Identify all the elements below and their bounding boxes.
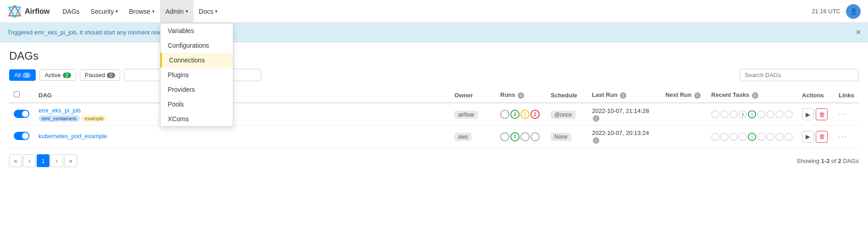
row2-delete-button[interactable]: 🗑	[816, 131, 828, 143]
row2-more-button[interactable]: ···	[839, 133, 847, 140]
row1-toggle[interactable]	[14, 110, 29, 118]
nav-browse[interactable]: Browse ▾	[123, 0, 160, 23]
security-caret-icon: ▾	[116, 9, 118, 14]
filter-active-button[interactable]: Active 2	[39, 69, 76, 81]
col-header-dag: DAG	[34, 88, 450, 103]
task2-c5: 1	[748, 133, 756, 141]
row2-recenttasks-cell: 1	[707, 126, 797, 148]
dropdown-xcoms[interactable]: XComs	[160, 112, 233, 126]
page-last-button[interactable]: »	[64, 154, 77, 167]
lastrun-info-icon[interactable]: i	[620, 92, 626, 99]
row2-task-circles: 1	[711, 133, 793, 141]
row1-runs-cell: 2 1 2	[496, 103, 546, 126]
row1-delete-button[interactable]: 🗑	[816, 108, 828, 120]
admin-caret-icon: ▾	[186, 9, 188, 14]
col-header-lastrun: Last Run i	[587, 88, 661, 103]
nav-dags[interactable]: DAGs	[57, 0, 85, 23]
row2-schedule: None	[551, 133, 571, 141]
row1-nextrun-cell	[661, 103, 707, 126]
run-circle-gray	[500, 110, 509, 119]
browse-caret-icon: ▾	[152, 9, 155, 14]
task-c4: 1	[739, 110, 747, 118]
row2-dag-name[interactable]: kubernetes_pod_example	[39, 133, 107, 140]
row2-check-cell	[9, 126, 34, 148]
filter-all-button[interactable]: All 2	[9, 69, 36, 81]
row1-schedule: @once	[551, 111, 575, 119]
user-icon: 👤	[850, 8, 857, 15]
filter-paused-button[interactable]: Paused 0	[80, 69, 120, 81]
row1-recenttasks-cell: 1 1	[707, 103, 797, 126]
run-circle-green: 2	[510, 110, 520, 119]
page-controls: « ‹ 1 › »	[9, 154, 77, 167]
row1-trigger-button[interactable]: ▶	[802, 108, 814, 120]
dropdown-plugins[interactable]: Plugins	[160, 67, 233, 82]
tag-emr-containers[interactable]: emr_containers	[39, 115, 80, 122]
row2-trigger-button[interactable]: ▶	[802, 131, 814, 143]
showing-text: Showing 1-2 of 2 DAGs	[796, 157, 859, 164]
row1-links-cell: ···	[834, 103, 859, 126]
row2-lastrun-text: 2022-10-07, 20:13:24	[592, 129, 649, 136]
page-prev-button[interactable]: ‹	[23, 154, 36, 167]
pagination-row: « ‹ 1 › » Showing 1-2 of 2 DAGs	[9, 150, 859, 172]
col-header-links: Links	[834, 88, 859, 103]
search-dags-input[interactable]	[740, 69, 859, 81]
task-c8	[775, 110, 784, 118]
nav-admin-wrapper: Admin ▾ Variables Configurations Connect…	[160, 0, 194, 23]
row1-dag-cell: emr_eks_pi_job emr_containers example	[34, 103, 450, 126]
row2-owner: aws	[454, 133, 471, 141]
row1-dag-name[interactable]: emr_eks_pi_job	[39, 107, 81, 114]
tag-example[interactable]: example	[82, 115, 107, 122]
task2-c9	[785, 133, 793, 141]
col-header-owner: Owner	[450, 88, 496, 103]
recenttasks-info-icon[interactable]: i	[752, 92, 758, 99]
filters-row: All 2 Active 2 Paused 0	[9, 69, 859, 81]
table-header: DAG Owner Runs i Schedule Last Run i Nex…	[9, 88, 859, 103]
navbar: Airflow DAGs Security ▾ Browse ▾ Admin ▾…	[0, 0, 868, 23]
nav-admin[interactable]: Admin ▾	[160, 0, 194, 23]
row2-lastrun-info-icon[interactable]: i	[593, 137, 599, 144]
nav-docs[interactable]: Docs ▾	[194, 0, 223, 23]
task2-c8	[775, 133, 784, 141]
dropdown-configurations[interactable]: Configurations	[160, 38, 233, 53]
row1-check-cell	[9, 103, 34, 126]
dropdown-providers[interactable]: Providers	[160, 82, 233, 97]
nextrun-info-icon[interactable]: i	[694, 92, 701, 99]
brand-logo[interactable]: Airflow	[7, 4, 50, 19]
task-c5: 1	[748, 110, 756, 118]
task-c3	[730, 110, 738, 118]
select-all-checkbox[interactable]	[14, 91, 20, 97]
navbar-right: 21:16 UTC 👤	[812, 4, 861, 19]
user-avatar[interactable]: 👤	[846, 4, 861, 19]
time-display: 21:16 UTC	[812, 8, 840, 15]
alert-close-button[interactable]: ×	[856, 28, 861, 37]
dags-table: DAG Owner Runs i Schedule Last Run i Nex…	[9, 88, 859, 148]
row2-actions-cell: ▶ 🗑	[797, 126, 834, 148]
page-next-button[interactable]: ›	[50, 154, 63, 167]
row2-owner-cell: aws	[450, 126, 496, 148]
run-circle-yellow: 1	[520, 110, 530, 119]
runs-info-icon[interactable]: i	[518, 92, 524, 99]
dropdown-variables[interactable]: Variables	[160, 23, 233, 38]
dropdown-connections[interactable]: Connections	[160, 53, 233, 67]
run2-circle-gray2	[520, 132, 530, 141]
table-body: emr_eks_pi_job emr_containers example ai…	[9, 103, 859, 148]
row2-links-cell: ···	[834, 126, 859, 148]
row1-actions: ▶ 🗑	[802, 108, 829, 120]
nav-security[interactable]: Security ▾	[85, 0, 124, 23]
page-first-button[interactable]: «	[9, 154, 22, 167]
main-content: DAGs All 2 Active 2 Paused 0 DAG Owner	[0, 42, 868, 179]
dropdown-pools[interactable]: Pools	[160, 97, 233, 112]
row1-lastrun-info-icon[interactable]: i	[593, 115, 599, 122]
run2-circle-gray1	[500, 132, 509, 141]
page-1-button[interactable]: 1	[37, 154, 50, 167]
task2-c7	[766, 133, 774, 141]
row2-schedule-cell: None	[546, 126, 587, 148]
row1-more-button[interactable]: ···	[839, 110, 847, 118]
run-circle-red: 2	[531, 110, 540, 119]
col-header-recenttasks: Recent Tasks i	[707, 88, 797, 103]
row1-task-circles: 1 1	[711, 110, 793, 118]
docs-caret-icon: ▾	[215, 9, 217, 14]
row2-toggle[interactable]	[14, 132, 29, 140]
table-row: emr_eks_pi_job emr_containers example ai…	[9, 103, 859, 126]
row1-dag-tags: emr_containers example	[39, 115, 445, 122]
